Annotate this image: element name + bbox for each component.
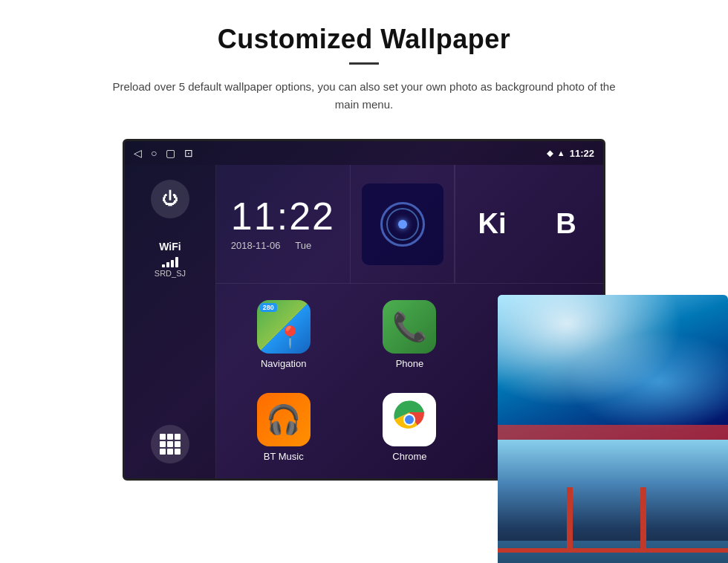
wallpaper-bottom: CarSetting xyxy=(498,440,728,563)
bridge-container xyxy=(498,469,728,563)
nav-map-icon: 📍 xyxy=(277,325,303,349)
wifi-bars xyxy=(155,256,186,267)
b-section[interactable]: B xyxy=(529,165,603,283)
location-icon: ◆ xyxy=(547,149,553,158)
wallpaper-bottom-bg: CarSetting xyxy=(498,440,728,563)
title-divider xyxy=(349,62,379,65)
svg-point-3 xyxy=(405,415,414,424)
bluetooth-symbol: 🎧 xyxy=(266,403,301,436)
chrome-label: Chrome xyxy=(392,451,426,462)
wifi-bar-2 xyxy=(166,262,169,267)
status-right: ◆ ▲ 11:22 xyxy=(547,148,594,159)
image-icon[interactable]: ⊡ xyxy=(184,147,193,159)
signal-widget xyxy=(380,202,425,247)
bridge-tower-left xyxy=(567,487,573,553)
bridge-deck xyxy=(498,548,728,553)
ice-shapes xyxy=(498,295,728,440)
status-left: ◁ ○ ▢ ⊡ xyxy=(134,147,193,159)
navigation-label: Navigation xyxy=(261,358,306,369)
b-label: B xyxy=(556,208,576,240)
content-area: ◁ ○ ▢ ⊡ ◆ ▲ 11:22 ⏻ WiFi xyxy=(0,131,728,503)
wallpaper-top xyxy=(498,295,728,440)
page-title: Customized Wallpaper xyxy=(59,24,669,55)
app-btmusic[interactable]: 🎧 BT Music xyxy=(224,384,344,471)
wifi-ssid: SRD_SJ xyxy=(155,269,186,278)
navigation-icon: 280 📍 xyxy=(257,300,311,354)
clock-section: 11:22 2018-11-06 Tue xyxy=(216,165,351,283)
sidebar: ⏻ WiFi SRD_SJ xyxy=(125,165,216,478)
wifi-bar-1 xyxy=(162,264,165,267)
clock-date-value: 2018-11-06 xyxy=(231,240,281,251)
status-bar: ◁ ○ ▢ ⊡ ◆ ▲ 11:22 xyxy=(125,141,603,165)
signal-dot xyxy=(398,220,407,229)
wifi-label: WiFi xyxy=(155,241,186,253)
square-icon[interactable]: ▢ xyxy=(166,147,175,159)
ki-section[interactable]: Ki xyxy=(455,165,529,283)
app-phone[interactable]: 📞 Phone xyxy=(350,291,470,378)
app-navigation[interactable]: 280 📍 Navigation xyxy=(224,291,344,378)
btmusic-icon: 🎧 xyxy=(257,393,311,446)
power-icon: ⏻ xyxy=(162,189,178,209)
phone-label: Phone xyxy=(396,358,424,369)
app-chrome[interactable]: Chrome xyxy=(350,384,470,471)
page-subtitle: Preload over 5 default wallpaper options… xyxy=(104,78,624,114)
ki-label: Ki xyxy=(478,208,507,240)
power-button[interactable]: ⏻ xyxy=(151,180,189,218)
bridge-tower-right xyxy=(640,487,646,553)
clock-date: 2018-11-06 Tue xyxy=(231,240,335,251)
wallpaper-top-bg xyxy=(498,295,728,440)
clock-day-value: Tue xyxy=(295,240,311,251)
wifi-bar-3 xyxy=(171,260,174,267)
widget-box xyxy=(362,183,443,265)
wifi-bar-4 xyxy=(175,257,178,267)
wifi-section[interactable]: WiFi SRD_SJ xyxy=(155,241,186,278)
chrome-icon xyxy=(383,393,436,446)
widget-section xyxy=(351,165,455,283)
top-row: 11:22 2018-11-06 Tue xyxy=(216,165,603,284)
navigation-badge: 280 xyxy=(260,303,277,312)
grid-icon xyxy=(160,434,181,455)
phone-icon: 📞 xyxy=(383,300,436,354)
apps-button[interactable] xyxy=(151,425,189,463)
phone-symbol: 📞 xyxy=(392,310,427,343)
status-time: 11:22 xyxy=(570,148,594,159)
wallpaper-top-bar xyxy=(498,425,728,440)
wifi-signal-icon: ▲ xyxy=(557,149,565,157)
btmusic-label: BT Music xyxy=(264,451,304,462)
clock-time: 11:22 xyxy=(231,197,335,235)
chrome-svg xyxy=(390,400,429,439)
home-icon[interactable]: ○ xyxy=(151,147,157,159)
page-header: Customized Wallpaper Preload over 5 defa… xyxy=(0,0,728,131)
back-icon[interactable]: ◁ xyxy=(134,147,142,159)
